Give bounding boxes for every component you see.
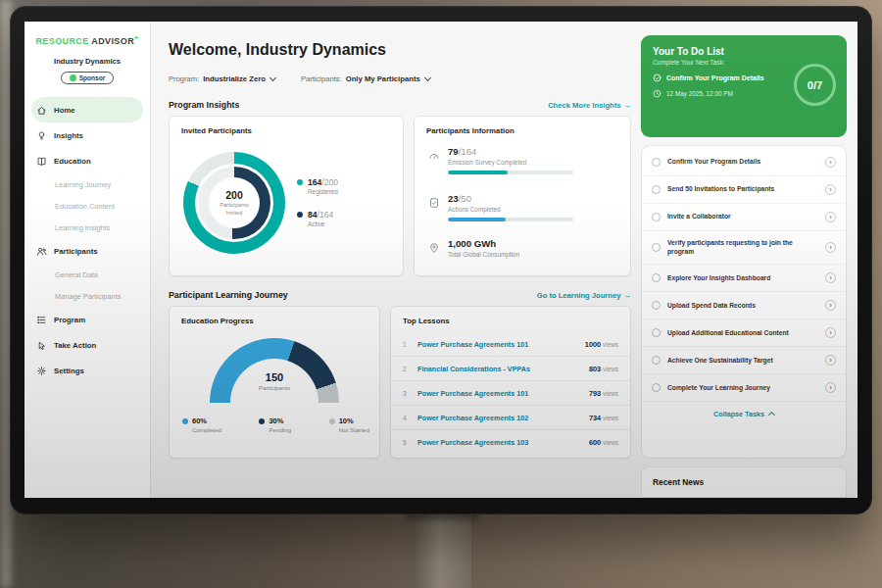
- lesson-views-word: views: [601, 439, 618, 446]
- todo-task-label: Achieve One Sustainability Target: [667, 357, 818, 366]
- legend-value: 84: [308, 210, 318, 220]
- chevron-right-icon[interactable]: ›: [825, 382, 836, 393]
- legend-dot-pending: [259, 418, 265, 424]
- sidebar-item-learning-insights[interactable]: Learning Insights: [24, 217, 150, 238]
- checkbox-circle[interactable]: [652, 273, 661, 282]
- sidebar-item-general-data[interactable]: General Data: [24, 264, 150, 285]
- checkbox-circle[interactable]: [652, 301, 661, 310]
- photo-background: RESOURCE ADVISOR+ Industry Dynamics Spon…: [0, 0, 882, 588]
- sponsor-icon: [70, 74, 76, 81]
- participants-filter-label: Participants:: [301, 74, 342, 83]
- sidebar-item-manage-participants[interactable]: Manage Participants: [24, 285, 150, 307]
- chevron-right-icon[interactable]: ›: [825, 157, 836, 168]
- todo-next-task: Confirm Your Program Details: [653, 74, 782, 82]
- legend-value: 164: [308, 177, 321, 187]
- todo-task-row[interactable]: Confirm Your Program Details ›: [642, 149, 846, 176]
- go-to-learning-journey-link[interactable]: Go to Learning Journey→: [537, 291, 631, 300]
- checkbox-circle[interactable]: [652, 328, 661, 337]
- sidebar-item-label: Education: [54, 157, 91, 166]
- metric-label: Emission Survey Completed: [448, 159, 573, 166]
- metric-value: 1,000 GWh: [448, 238, 496, 249]
- sidebar-item-label: Program: [54, 316, 85, 324]
- chevron-right-icon[interactable]: ›: [825, 300, 836, 311]
- sidebar-item-home[interactable]: Home: [31, 97, 143, 122]
- program-filter[interactable]: Program: Industrialize Zero: [169, 74, 275, 83]
- legend-pct: 30%: [269, 416, 291, 425]
- checkbox-circle[interactable]: [652, 185, 661, 194]
- progress-track: [448, 171, 573, 174]
- legend-item-pending: 30%Pending: [259, 416, 291, 433]
- todo-task-row[interactable]: Verify participants requesting to join t…: [642, 231, 846, 265]
- lesson-link[interactable]: Power Purchase Agreements 101: [417, 340, 528, 349]
- todo-due-label: 12 May 2025, 12:00 PM: [666, 90, 733, 97]
- sidebar-item-label: Settings: [54, 367, 84, 375]
- checkbox-circle[interactable]: [652, 213, 661, 221]
- lesson-views-word: views: [601, 415, 618, 421]
- sidebar-item-label: Home: [54, 106, 75, 115]
- dashboard-screen: RESOURCE ADVISOR+ Industry Dynamics Spon…: [24, 22, 858, 498]
- sidebar-item-learning-journey[interactable]: Learning Journey: [24, 173, 150, 195]
- checkbox-circle[interactable]: [652, 243, 661, 252]
- gauge-center-label: Participants: [170, 384, 379, 391]
- sidebar-item-program[interactable]: Program: [24, 307, 150, 332]
- metric-emission-survey: 79/164 Emission Survey Completed: [428, 146, 573, 174]
- chevron-right-icon[interactable]: ›: [825, 212, 836, 222]
- metric-actions-completed: 23/50 Actions Completed: [428, 193, 573, 221]
- lesson-row: 2 Financial Considerations - VPPAs 803 v…: [391, 357, 630, 381]
- checkbox-circle[interactable]: [652, 356, 661, 365]
- lesson-rank: 5: [403, 439, 410, 446]
- collapse-tasks-button[interactable]: Collapse Tasks: [642, 402, 846, 424]
- chevron-down-icon: [270, 74, 276, 81]
- metric-label: Actions Completed: [448, 206, 573, 213]
- check-more-insights-link[interactable]: Check More Insights→: [548, 101, 631, 110]
- list-icon: [36, 315, 47, 325]
- sidebar-item-education[interactable]: Education: [24, 148, 150, 173]
- lesson-row: 5 Power Purchase Agreements 103 600 view…: [391, 430, 630, 455]
- todo-task-label: Verify participants requesting to join t…: [667, 239, 818, 256]
- todo-task-row[interactable]: Send 50 Invitations to Participants ›: [642, 176, 846, 204]
- chevron-right-icon[interactable]: ›: [825, 272, 836, 283]
- lesson-link[interactable]: Power Purchase Agreements 101: [417, 389, 528, 398]
- lightbulb-icon: [36, 130, 47, 141]
- sidebar-item-settings[interactable]: Settings: [24, 358, 150, 383]
- gauge-legend: 60%Completed 30%Pending 10%Not Started: [182, 416, 369, 433]
- link-label: Go to Learning Journey: [537, 291, 621, 300]
- legend-label: Not Started: [339, 426, 369, 433]
- legend-label: Pending: [269, 426, 291, 433]
- legend-item-completed: 60%Completed: [182, 416, 221, 433]
- chevron-right-icon[interactable]: ›: [825, 242, 836, 253]
- book-icon: [36, 156, 47, 167]
- lesson-link[interactable]: Power Purchase Agreements 103: [417, 438, 528, 447]
- todo-task-row[interactable]: Upload Spend Data Records ›: [642, 292, 846, 319]
- top-lessons-card: Top Lessons 1 Power Purchase Agreements …: [390, 306, 631, 459]
- checkbox-circle[interactable]: [652, 158, 661, 167]
- todo-task-row[interactable]: Upload Additional Educational Content ›: [642, 319, 846, 347]
- chevron-up-icon: [768, 412, 775, 418]
- lesson-rank: 1: [403, 341, 410, 348]
- lesson-link[interactable]: Financial Considerations - VPPAs: [417, 365, 530, 373]
- lesson-link[interactable]: Power Purchase Agreements 102: [417, 414, 528, 422]
- todo-task-row[interactable]: Complete Your Learning Journey ›: [642, 374, 846, 402]
- todo-task-row[interactable]: Achieve One Sustainability Target ›: [642, 347, 846, 374]
- sidebar-item-education-content[interactable]: Education Content: [24, 195, 150, 217]
- clock-icon: [653, 89, 662, 98]
- logo-advisor: ADVISOR: [89, 36, 134, 46]
- chevron-right-icon[interactable]: ›: [825, 355, 836, 366]
- todo-task-row[interactable]: Explore Your Insights Dashboard ›: [642, 265, 846, 292]
- todo-task-row[interactable]: Invite a Collaborator ›: [642, 204, 846, 231]
- legend-of: /200: [321, 177, 338, 187]
- donut-center-value: 200: [225, 189, 243, 201]
- legend-dot-not-started: [329, 418, 335, 424]
- legend-dot-completed: [182, 418, 188, 424]
- chevron-right-icon[interactable]: ›: [825, 184, 836, 195]
- app-logo: RESOURCE ADVISOR+: [24, 34, 150, 46]
- checkbox-circle[interactable]: [652, 383, 661, 392]
- lesson-views-count: 1000: [585, 340, 601, 349]
- sidebar-item-participants[interactable]: Participants: [24, 238, 150, 264]
- participants-filter[interactable]: Participants: Only My Participants: [301, 74, 430, 83]
- sidebar-item-take-action[interactable]: Take Action: [24, 332, 150, 358]
- sponsor-badge[interactable]: Sponsor: [61, 72, 115, 84]
- chevron-right-icon[interactable]: ›: [825, 327, 836, 338]
- sidebar-item-insights[interactable]: Insights: [24, 122, 150, 148]
- participants-information-card: Participants Information 79/164 Emission…: [414, 116, 631, 276]
